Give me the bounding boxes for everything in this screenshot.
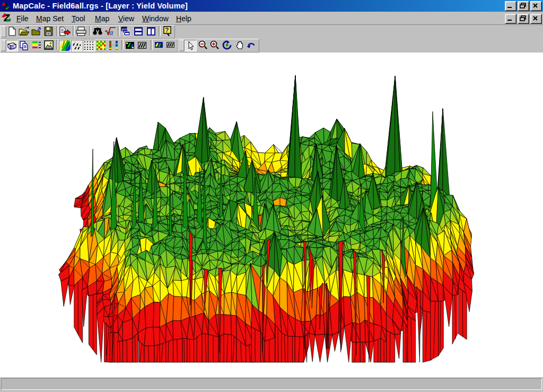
svg-text:α: α xyxy=(109,29,113,37)
svg-text:3D: 3D xyxy=(9,45,15,50)
svg-text:?: ? xyxy=(165,27,169,34)
